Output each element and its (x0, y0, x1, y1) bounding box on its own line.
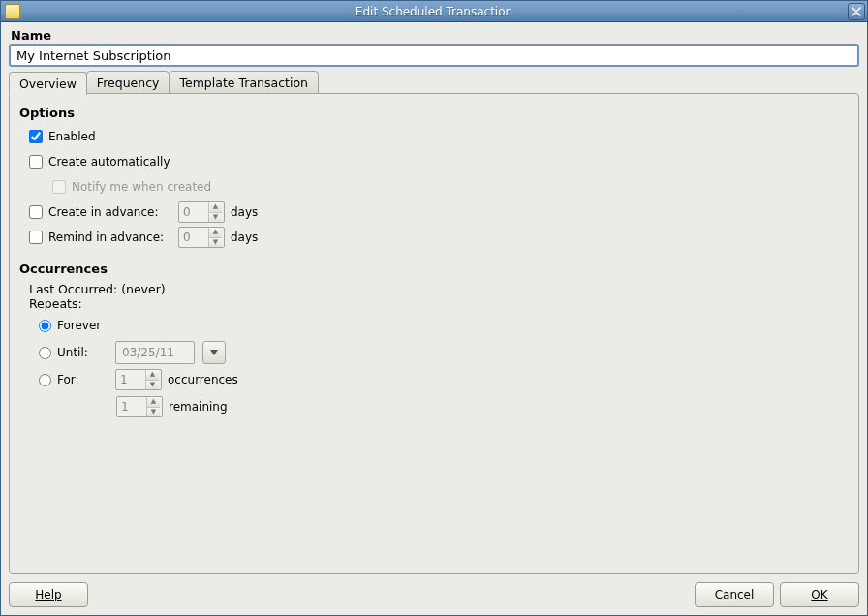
remind-advance-spin[interactable]: ▲▼ (178, 227, 225, 248)
create-advance-value[interactable] (179, 202, 208, 222)
for-remaining-unit: remaining (169, 400, 228, 414)
name-input[interactable] (9, 44, 859, 67)
chevron-down-icon[interactable]: ▼ (146, 380, 159, 390)
tabpanel-overview: Options Enabled Create automatically Not… (9, 93, 859, 574)
until-date-dropdown[interactable] (202, 341, 226, 364)
enabled-checkbox[interactable] (29, 130, 43, 143)
chevron-down-icon[interactable]: ▼ (147, 407, 160, 417)
create-automatically-checkbox[interactable] (29, 155, 43, 169)
repeats-forever-label: Forever (57, 319, 101, 332)
notify-checkbox (52, 180, 66, 194)
until-date-input[interactable] (115, 341, 195, 364)
window-title: Edit Scheduled Transaction (1, 5, 867, 18)
for-occurrences-value[interactable] (116, 370, 145, 389)
remind-advance-label: Remind in advance: (48, 231, 172, 244)
help-button[interactable]: Help (9, 582, 88, 607)
notify-label: Notify me when created (72, 180, 211, 194)
name-label: Name (11, 28, 859, 43)
titlebar: Edit Scheduled Transaction (1, 1, 867, 22)
repeats-for-label: For: (57, 373, 109, 386)
create-advance-unit: days (231, 205, 258, 219)
chevron-up-icon[interactable]: ▲ (209, 228, 222, 237)
enabled-label: Enabled (48, 130, 96, 143)
repeats-forever-radio[interactable] (39, 320, 51, 332)
create-advance-label: Create in advance: (48, 205, 172, 219)
chevron-up-icon[interactable]: ▲ (147, 397, 160, 407)
spin-arrows[interactable]: ▲▼ (208, 228, 222, 247)
last-occurred-value: (never) (121, 282, 166, 296)
create-automatically-label: Create automatically (48, 155, 170, 169)
cancel-button[interactable]: Cancel (695, 582, 774, 607)
last-occurred: Last Occurred: (never) (29, 282, 849, 296)
remind-advance-checkbox[interactable] (29, 231, 43, 244)
chevron-up-icon[interactable]: ▲ (209, 202, 222, 212)
tab-frequency[interactable]: Frequency (86, 71, 170, 94)
spin-arrows[interactable]: ▲▼ (208, 202, 222, 222)
create-advance-spin[interactable]: ▲▼ (178, 201, 225, 223)
remind-advance-value[interactable] (179, 228, 208, 247)
for-remaining-value[interactable] (117, 397, 146, 416)
chevron-down-icon (210, 350, 218, 355)
last-occurred-label: Last Occurred: (29, 282, 121, 296)
repeats-label: Repeats: (29, 296, 849, 311)
repeats-until-radio[interactable] (39, 347, 51, 359)
tabstrip: Overview Frequency Template Transaction (9, 73, 859, 94)
close-button[interactable] (848, 3, 865, 20)
for-remaining-spin[interactable]: ▲▼ (116, 396, 163, 417)
chevron-down-icon[interactable]: ▼ (209, 212, 222, 223)
repeats-until-label: Until: (57, 346, 109, 359)
for-occurrences-spin[interactable]: ▲▼ (115, 369, 162, 390)
for-occurrences-unit: occurrences (168, 373, 238, 386)
spin-arrows[interactable]: ▲▼ (145, 370, 159, 389)
options-heading: Options (19, 106, 849, 120)
tab-overview[interactable]: Overview (9, 72, 87, 95)
ok-button[interactable]: OK (780, 582, 859, 607)
app-icon (5, 4, 20, 19)
spin-arrows[interactable]: ▲▼ (146, 397, 160, 416)
occurrences-heading: Occurrences (19, 262, 849, 276)
repeats-for-radio[interactable] (39, 374, 51, 386)
chevron-up-icon[interactable]: ▲ (146, 370, 159, 380)
tab-template-transaction[interactable]: Template Transaction (169, 71, 319, 94)
chevron-down-icon[interactable]: ▼ (209, 237, 222, 248)
create-advance-checkbox[interactable] (29, 205, 43, 219)
remind-advance-unit: days (231, 231, 258, 244)
button-bar: Help Cancel OK (9, 580, 859, 609)
